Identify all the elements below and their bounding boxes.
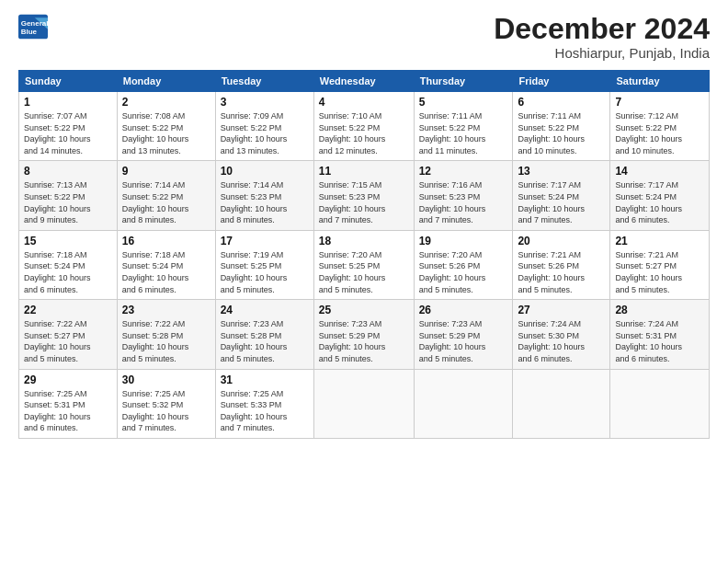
day-info: Sunrise: 7:12 AM Sunset: 5:22 PM Dayligh…	[615, 110, 704, 156]
day-number: 1	[24, 96, 112, 109]
calendar-cell: 11Sunrise: 7:15 AM Sunset: 5:23 PM Dayli…	[313, 161, 414, 230]
calendar-cell: 10Sunrise: 7:14 AM Sunset: 5:23 PM Dayli…	[215, 161, 313, 230]
day-number: 19	[419, 235, 508, 247]
day-info: Sunrise: 7:11 AM Sunset: 5:22 PM Dayligh…	[518, 110, 605, 156]
calendar-cell: 31Sunrise: 7:25 AM Sunset: 5:33 PM Dayli…	[215, 369, 313, 438]
day-info: Sunrise: 7:11 AM Sunset: 5:22 PM Dayligh…	[419, 110, 508, 156]
calendar-cell: 24Sunrise: 7:23 AM Sunset: 5:28 PM Dayli…	[215, 300, 313, 369]
calendar-cell: 22Sunrise: 7:22 AM Sunset: 5:27 PM Dayli…	[19, 300, 118, 369]
day-header-monday: Monday	[117, 71, 215, 92]
day-number: 17	[221, 235, 309, 247]
day-info: Sunrise: 7:14 AM Sunset: 5:22 PM Dayligh…	[122, 179, 210, 225]
day-number: 30	[122, 373, 210, 386]
calendar-cell: 21Sunrise: 7:21 AM Sunset: 5:27 PM Dayli…	[610, 230, 710, 299]
calendar-cell: 5Sunrise: 7:11 AM Sunset: 5:22 PM Daylig…	[414, 92, 513, 161]
day-number: 27	[518, 304, 605, 316]
calendar-cell: 29Sunrise: 7:25 AM Sunset: 5:31 PM Dayli…	[19, 369, 118, 438]
calendar-cell: 2Sunrise: 7:08 AM Sunset: 5:22 PM Daylig…	[117, 92, 215, 161]
day-number: 31	[221, 373, 309, 386]
calendar-cell	[610, 369, 710, 438]
calendar-cell: 27Sunrise: 7:24 AM Sunset: 5:30 PM Dayli…	[513, 300, 610, 369]
day-number: 11	[319, 165, 409, 178]
calendar-cell: 9Sunrise: 7:14 AM Sunset: 5:22 PM Daylig…	[117, 161, 215, 230]
day-number: 26	[419, 304, 508, 316]
calendar-cell: 6Sunrise: 7:11 AM Sunset: 5:22 PM Daylig…	[513, 92, 610, 161]
calendar-header-row: SundayMondayTuesdayWednesdayThursdayFrid…	[19, 71, 710, 92]
calendar-cell: 12Sunrise: 7:16 AM Sunset: 5:23 PM Dayli…	[414, 161, 513, 230]
day-info: Sunrise: 7:13 AM Sunset: 5:22 PM Dayligh…	[24, 179, 112, 225]
day-number: 21	[615, 235, 704, 247]
svg-text:Blue: Blue	[21, 28, 38, 36]
calendar-cell: 3Sunrise: 7:09 AM Sunset: 5:22 PM Daylig…	[215, 92, 313, 161]
day-number: 23	[122, 304, 210, 316]
day-info: Sunrise: 7:10 AM Sunset: 5:22 PM Dayligh…	[319, 110, 409, 156]
day-number: 10	[221, 165, 309, 178]
logo: General Blue	[18, 14, 48, 40]
day-number: 3	[221, 96, 309, 109]
calendar-cell: 30Sunrise: 7:25 AM Sunset: 5:32 PM Dayli…	[117, 369, 215, 438]
calendar-cell	[313, 369, 414, 438]
calendar-cell	[414, 369, 513, 438]
day-number: 16	[122, 235, 210, 247]
day-number: 25	[319, 304, 409, 316]
day-info: Sunrise: 7:19 AM Sunset: 5:25 PM Dayligh…	[221, 249, 309, 295]
calendar-week-4: 22Sunrise: 7:22 AM Sunset: 5:27 PM Dayli…	[19, 300, 710, 369]
page: General Blue December 2024 Hoshiarpur, P…	[0, 0, 728, 448]
day-info: Sunrise: 7:20 AM Sunset: 5:26 PM Dayligh…	[419, 249, 508, 295]
day-number: 18	[319, 235, 409, 247]
day-info: Sunrise: 7:22 AM Sunset: 5:27 PM Dayligh…	[24, 318, 112, 364]
day-info: Sunrise: 7:21 AM Sunset: 5:27 PM Dayligh…	[615, 249, 704, 295]
day-info: Sunrise: 7:08 AM Sunset: 5:22 PM Dayligh…	[122, 110, 210, 156]
day-info: Sunrise: 7:18 AM Sunset: 5:24 PM Dayligh…	[24, 249, 112, 295]
day-info: Sunrise: 7:24 AM Sunset: 5:30 PM Dayligh…	[518, 318, 605, 364]
calendar-cell: 13Sunrise: 7:17 AM Sunset: 5:24 PM Dayli…	[513, 161, 610, 230]
day-number: 14	[615, 165, 704, 178]
location-title: Hoshiarpur, Punjab, India	[494, 45, 710, 61]
day-number: 29	[24, 373, 112, 386]
day-header-wednesday: Wednesday	[313, 71, 414, 92]
logo-icon: General Blue	[18, 14, 48, 40]
calendar-cell: 1Sunrise: 7:07 AM Sunset: 5:22 PM Daylig…	[19, 92, 118, 161]
day-header-saturday: Saturday	[610, 71, 710, 92]
day-info: Sunrise: 7:17 AM Sunset: 5:24 PM Dayligh…	[518, 179, 605, 225]
day-info: Sunrise: 7:23 AM Sunset: 5:28 PM Dayligh…	[221, 318, 309, 364]
calendar-cell: 4Sunrise: 7:10 AM Sunset: 5:22 PM Daylig…	[313, 92, 414, 161]
calendar-cell: 17Sunrise: 7:19 AM Sunset: 5:25 PM Dayli…	[215, 230, 313, 299]
day-number: 4	[319, 96, 409, 109]
day-info: Sunrise: 7:07 AM Sunset: 5:22 PM Dayligh…	[24, 110, 112, 156]
calendar-cell: 15Sunrise: 7:18 AM Sunset: 5:24 PM Dayli…	[19, 230, 118, 299]
day-info: Sunrise: 7:18 AM Sunset: 5:24 PM Dayligh…	[122, 249, 210, 295]
day-number: 28	[615, 304, 704, 316]
day-number: 15	[24, 235, 112, 247]
day-header-sunday: Sunday	[19, 71, 118, 92]
day-info: Sunrise: 7:17 AM Sunset: 5:24 PM Dayligh…	[615, 179, 704, 225]
day-info: Sunrise: 7:21 AM Sunset: 5:26 PM Dayligh…	[518, 249, 605, 295]
day-number: 7	[615, 96, 704, 109]
day-number: 9	[122, 165, 210, 178]
day-info: Sunrise: 7:22 AM Sunset: 5:28 PM Dayligh…	[122, 318, 210, 364]
calendar-cell: 16Sunrise: 7:18 AM Sunset: 5:24 PM Dayli…	[117, 230, 215, 299]
day-info: Sunrise: 7:24 AM Sunset: 5:31 PM Dayligh…	[615, 318, 704, 364]
day-info: Sunrise: 7:25 AM Sunset: 5:32 PM Dayligh…	[122, 388, 210, 434]
day-header-thursday: Thursday	[414, 71, 513, 92]
calendar-week-2: 8Sunrise: 7:13 AM Sunset: 5:22 PM Daylig…	[19, 161, 710, 230]
day-info: Sunrise: 7:14 AM Sunset: 5:23 PM Dayligh…	[221, 179, 309, 225]
calendar-cell: 23Sunrise: 7:22 AM Sunset: 5:28 PM Dayli…	[117, 300, 215, 369]
calendar-week-3: 15Sunrise: 7:18 AM Sunset: 5:24 PM Dayli…	[19, 230, 710, 299]
calendar-cell: 8Sunrise: 7:13 AM Sunset: 5:22 PM Daylig…	[19, 161, 118, 230]
calendar-cell: 26Sunrise: 7:23 AM Sunset: 5:29 PM Dayli…	[414, 300, 513, 369]
title-block: December 2024 Hoshiarpur, Punjab, India	[494, 14, 710, 61]
day-info: Sunrise: 7:23 AM Sunset: 5:29 PM Dayligh…	[419, 318, 508, 364]
day-info: Sunrise: 7:16 AM Sunset: 5:23 PM Dayligh…	[419, 179, 508, 225]
day-number: 2	[122, 96, 210, 109]
day-header-friday: Friday	[513, 71, 610, 92]
calendar-cell: 25Sunrise: 7:23 AM Sunset: 5:29 PM Dayli…	[313, 300, 414, 369]
day-number: 22	[24, 304, 112, 316]
day-info: Sunrise: 7:25 AM Sunset: 5:31 PM Dayligh…	[24, 388, 112, 434]
calendar-cell: 7Sunrise: 7:12 AM Sunset: 5:22 PM Daylig…	[610, 92, 710, 161]
day-number: 6	[518, 96, 605, 109]
calendar-cell: 28Sunrise: 7:24 AM Sunset: 5:31 PM Dayli…	[610, 300, 710, 369]
day-number: 24	[221, 304, 309, 316]
day-number: 20	[518, 235, 605, 247]
day-header-tuesday: Tuesday	[215, 71, 313, 92]
